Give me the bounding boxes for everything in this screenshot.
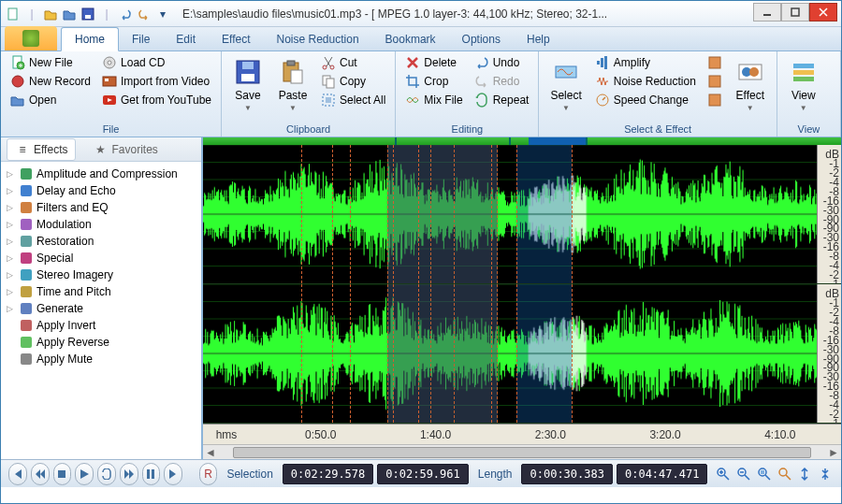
tree-item-generate[interactable]: ▷Generate xyxy=(3,300,199,317)
total-length-value[interactable]: 0:04:47.471 xyxy=(617,464,707,484)
tree-item-modulation[interactable]: ▷Modulation xyxy=(3,216,199,233)
crop-button[interactable]: Crop xyxy=(401,72,466,91)
sidebar-tab-favorites[interactable]: ★Favorites xyxy=(85,139,165,160)
tree-item-apply-mute[interactable]: Apply Mute xyxy=(3,351,199,367)
waveform-channel-right[interactable]: dB-1-2-4-8-16-30-90-90-30-16-8-4-2-1 xyxy=(203,284,841,424)
scroll-right-icon[interactable]: ► xyxy=(826,446,841,459)
tab-help[interactable]: Help xyxy=(514,28,563,50)
qat-dropdown-icon[interactable]: ▾ xyxy=(154,6,171,22)
zoom-out-button[interactable] xyxy=(735,464,752,484)
time-ruler[interactable]: hms0:50.01:40.02:30.03:20.04:10.0 xyxy=(203,424,841,444)
close-button[interactable] xyxy=(809,3,837,22)
cut-button[interactable]: Cut xyxy=(317,53,389,72)
skip-end-button[interactable] xyxy=(164,463,182,485)
view-button[interactable]: View▼ xyxy=(783,53,824,116)
skip-start-button[interactable] xyxy=(8,463,27,485)
minimize-button[interactable] xyxy=(753,3,781,22)
qat-open-icon[interactable] xyxy=(42,6,59,22)
stop-button[interactable] xyxy=(53,463,72,485)
expand-icon[interactable]: ▷ xyxy=(7,203,16,212)
pause-button[interactable] xyxy=(142,463,161,485)
redo-button[interactable]: Redo xyxy=(471,72,533,91)
mix-button[interactable]: Mix File xyxy=(401,91,466,109)
qat-new-icon[interactable] xyxy=(5,6,22,22)
waveform-view[interactable]: dB-1-2-4-8-16-30-90-90-30-16-8-4-2-1 dB-… xyxy=(203,137,841,459)
expand-icon[interactable]: ▷ xyxy=(7,186,16,195)
forward-button[interactable] xyxy=(120,463,138,485)
effect-button[interactable]: Effect▼ xyxy=(730,53,771,116)
zoom-selection-button[interactable] xyxy=(756,464,773,484)
tree-item-delay-and-echo[interactable]: ▷Delay and Echo xyxy=(3,182,199,199)
selection-start-value[interactable]: 0:02:29.578 xyxy=(283,464,373,484)
undo-button[interactable]: Undo xyxy=(471,53,533,72)
expand-icon[interactable]: ▷ xyxy=(7,270,16,280)
copy-button[interactable]: Copy xyxy=(317,72,389,91)
expand-icon[interactable]: ▷ xyxy=(7,304,16,313)
delete-button[interactable]: Delete xyxy=(401,53,466,72)
expand-icon[interactable]: ▷ xyxy=(7,287,16,296)
effects-icon: ≡ xyxy=(15,142,30,157)
load-cd-button[interactable]: Load CD xyxy=(98,53,215,72)
tree-item-special[interactable]: ▷Special xyxy=(3,250,199,266)
save-label: Save xyxy=(235,89,260,102)
repeat-button[interactable]: Repeat xyxy=(471,91,533,109)
effects-tree[interactable]: ▷Amplitude and Compression▷Delay and Ech… xyxy=(1,162,201,459)
expand-icon[interactable]: ▷ xyxy=(7,237,16,246)
open-button[interactable]: Open xyxy=(7,91,94,109)
tab-home[interactable]: Home xyxy=(61,27,119,51)
play-button[interactable] xyxy=(75,463,94,485)
effect-item-icon xyxy=(19,166,34,181)
tab-edit[interactable]: Edit xyxy=(163,28,209,50)
new-file-button[interactable]: New File xyxy=(7,53,94,72)
waveform-channel-left[interactable]: dB-1-2-4-8-16-30-90-90-30-16-8-4-2-1 xyxy=(203,145,841,284)
tree-item-apply-reverse[interactable]: Apply Reverse xyxy=(3,334,199,351)
rewind-button[interactable] xyxy=(31,463,50,485)
amplify-button[interactable]: Amplify xyxy=(591,53,700,72)
qat-open2-icon[interactable] xyxy=(61,6,78,22)
paste-button[interactable]: Paste▼ xyxy=(272,53,313,116)
import-video-button[interactable]: Import from Video xyxy=(98,72,215,91)
scrollbar-thumb[interactable] xyxy=(233,447,811,458)
zoom-v-in-button[interactable] xyxy=(796,464,813,484)
zoom-v-out-button[interactable] xyxy=(817,464,834,484)
save-button[interactable]: Save▼ xyxy=(227,53,269,116)
noise-reduction-button[interactable]: Noise Reduction xyxy=(591,72,700,91)
maximize-button[interactable] xyxy=(781,3,809,22)
speed-extra-icon[interactable] xyxy=(704,91,726,109)
select-all-button[interactable]: Select All xyxy=(317,91,389,109)
app-menu-button[interactable] xyxy=(5,26,57,50)
tree-item-restoration[interactable]: ▷Restoration xyxy=(3,233,199,250)
expand-icon[interactable]: ▷ xyxy=(7,220,16,229)
record-button[interactable]: R xyxy=(199,463,218,485)
tree-item-filters-and-eq[interactable]: ▷Filters and EQ xyxy=(3,199,199,216)
expand-icon[interactable]: ▷ xyxy=(7,253,16,263)
speed-button[interactable]: Speed Change xyxy=(591,91,700,109)
tree-item-time-and-pitch[interactable]: ▷Time and Pitch xyxy=(3,283,199,300)
youtube-button[interactable]: Get from YouTube xyxy=(98,91,215,109)
tree-item-stereo-imagery[interactable]: ▷Stereo Imagery xyxy=(3,266,199,283)
sidebar-tab-effects[interactable]: ≡Effects xyxy=(7,138,76,161)
expand-icon[interactable]: ▷ xyxy=(7,169,16,179)
scroll-left-icon[interactable]: ◄ xyxy=(203,446,218,459)
zoom-in-button[interactable] xyxy=(715,464,732,484)
tab-options[interactable]: Options xyxy=(449,28,514,50)
zoom-fit-button[interactable] xyxy=(777,464,793,484)
loop-button[interactable] xyxy=(97,463,116,485)
timeline-overview[interactable] xyxy=(203,137,841,145)
tab-file[interactable]: File xyxy=(119,28,163,50)
horizontal-scrollbar[interactable]: ◄ ► xyxy=(203,444,841,459)
tab-noise-reduction[interactable]: Noise Reduction xyxy=(264,28,372,50)
qat-save-icon[interactable] xyxy=(80,6,96,22)
length-value[interactable]: 0:00:30.383 xyxy=(521,464,612,484)
qat-undo-icon[interactable] xyxy=(117,6,134,22)
new-record-button[interactable]: New Record xyxy=(7,72,94,91)
tree-item-amplitude-and-compression[interactable]: ▷Amplitude and Compression xyxy=(3,166,199,182)
tab-effect[interactable]: Effect xyxy=(209,28,263,50)
qat-redo-icon[interactable] xyxy=(136,6,152,22)
tab-bookmark[interactable]: Bookmark xyxy=(372,28,449,50)
nr-extra-icon[interactable] xyxy=(704,72,726,91)
select-button[interactable]: Select▼ xyxy=(544,53,587,116)
tree-item-apply-invert[interactable]: Apply Invert xyxy=(3,317,199,334)
amplify-extra-icon[interactable] xyxy=(704,53,726,72)
selection-end-value[interactable]: 0:02:59.961 xyxy=(377,464,468,484)
